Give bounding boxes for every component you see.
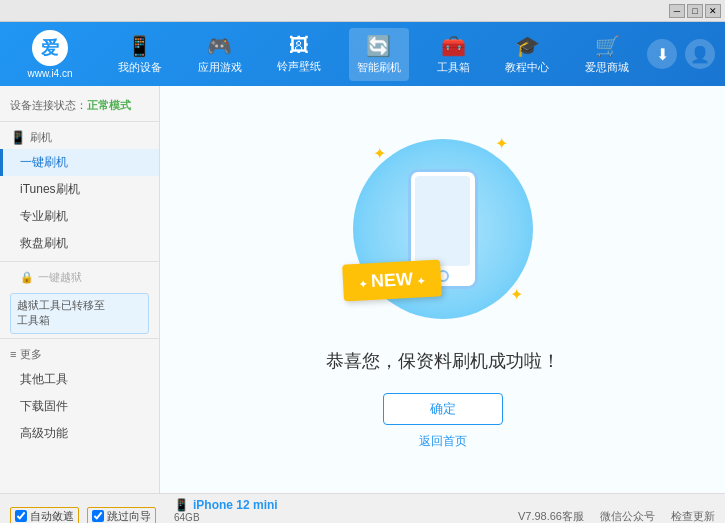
sidebar-item-onekey[interactable]: 一键刷机 [0,149,159,176]
confirm-button[interactable]: 确定 [383,393,503,425]
apps-icon: 🎮 [207,34,232,58]
nav-apps[interactable]: 🎮 应用游戏 [190,28,250,81]
itunes-label: iTunes刷机 [20,182,80,196]
content-area: ✦ ✦ ✦ NEW 恭喜您，保资料刷机成功啦！ 确定 返回首页 [160,86,725,493]
other-tools-label: 其他工具 [20,372,68,386]
phone-screen [415,176,470,266]
close-btn[interactable]: ✕ [705,4,721,18]
phone-illustration: ✦ ✦ ✦ NEW [343,129,543,329]
sidebar-item-other-tools[interactable]: 其他工具 [0,366,159,393]
status-label: 设备连接状态： [10,99,87,111]
sidebar-section-more[interactable]: ≡ 更多 [0,343,159,366]
sparkle-3: ✦ [510,285,523,304]
nav-toolbox[interactable]: 🧰 工具箱 [429,28,478,81]
status-value: 正常模式 [87,99,131,111]
sidebar-item-firmware[interactable]: 下载固件 [0,393,159,420]
nav-right: ⬇ 👤 [647,39,715,69]
bottom-row1: 自动敛遮 跳过向导 📱 iPhone 12 mini 64GB Down-12m… [0,494,725,523]
sidebar-jailbreak-header: 🔒 一键越狱 [0,266,159,289]
flash-section-label: 刷机 [30,130,52,145]
bottom-right: 客服 微信公众号 检查更新 [562,509,715,524]
nav-apps-label: 应用游戏 [198,60,242,75]
main-container: 设备连接状态：正常模式 📱 刷机 一键刷机 iTunes刷机 专业刷机 救盘刷机… [0,86,725,493]
lock-icon: 🔒 [20,271,34,284]
skip-wizard-label: 跳过向导 [107,509,151,524]
more-icon: ≡ [10,348,16,360]
auto-hide-checkbox[interactable]: 自动敛遮 [10,507,79,524]
minimize-btn[interactable]: ─ [669,4,685,18]
nav-smart-flash[interactable]: 🔄 智能刷机 [349,28,409,81]
version-info: V7.98.66 [518,510,562,522]
sidebar: 设备连接状态：正常模式 📱 刷机 一键刷机 iTunes刷机 专业刷机 救盘刷机… [0,86,160,493]
success-message: 恭喜您，保资料刷机成功啦！ [326,349,560,373]
nav-wallpaper[interactable]: 🖼 铃声壁纸 [269,28,329,81]
new-badge: NEW [342,259,442,301]
sidebar-jailbreak-notice: 越狱工具已转移至工具箱 [10,293,149,334]
device-info: 📱 iPhone 12 mini 64GB Down-12mini-13,1 [174,498,278,523]
sidebar-item-itunes[interactable]: iTunes刷机 [0,176,159,203]
nav-my-device-label: 我的设备 [118,60,162,75]
wechat-link[interactable]: 微信公众号 [600,509,655,524]
title-bar: ─ □ ✕ [0,0,725,22]
nav-mall[interactable]: 🛒 爱思商城 [577,28,637,81]
device-status: 设备连接状态：正常模式 [0,94,159,122]
skip-wizard-input[interactable] [92,510,104,522]
auto-hide-label: 自动敛遮 [30,509,74,524]
user-btn[interactable]: 👤 [685,39,715,69]
logo-subtext: www.i4.cn [27,68,72,79]
my-device-icon: 📱 [127,34,152,58]
recovery-label: 救盘刷机 [20,236,68,250]
bottom-left: 自动敛遮 跳过向导 📱 iPhone 12 mini 64GB Down-12m… [10,498,518,523]
device-name-row: 📱 iPhone 12 mini [174,498,278,512]
nav-tutorial[interactable]: 🎓 教程中心 [497,28,557,81]
nav-mall-label: 爱思商城 [585,60,629,75]
version-text: V7.98.66 [518,510,562,522]
divider-1 [0,261,159,262]
sparkle-1: ✦ [373,144,386,163]
sparkle-2: ✦ [495,134,508,153]
mall-icon: 🛒 [595,34,620,58]
sidebar-item-pro[interactable]: 专业刷机 [0,203,159,230]
flash-section-icon: 📱 [10,130,26,145]
customer-service-link[interactable]: 客服 [562,509,584,524]
jailbreak-notice-text: 越狱工具已转移至工具箱 [17,299,105,326]
download-btn[interactable]: ⬇ [647,39,677,69]
divider-2 [0,338,159,339]
check-update-link[interactable]: 检查更新 [671,509,715,524]
nav-toolbox-label: 工具箱 [437,60,470,75]
logo-area[interactable]: 爱 www.i4.cn [10,30,90,79]
pro-label: 专业刷机 [20,209,68,223]
sidebar-section-flash[interactable]: 📱 刷机 [0,126,159,149]
tutorial-icon: 🎓 [515,34,540,58]
firmware-label: 下载固件 [20,399,68,413]
bottom-bar: 自动敛遮 跳过向导 📱 iPhone 12 mini 64GB Down-12m… [0,493,725,523]
auto-hide-input[interactable] [15,510,27,522]
skip-wizard-checkbox[interactable]: 跳过向导 [87,507,156,524]
device-storage: 64GB [174,512,278,523]
wallpaper-icon: 🖼 [289,34,309,57]
advanced-label: 高级功能 [20,426,68,440]
back-home-link[interactable]: 返回首页 [419,433,467,450]
nav-my-device[interactable]: 📱 我的设备 [110,28,170,81]
nav-bar: 📱 我的设备 🎮 应用游戏 🖼 铃声壁纸 🔄 智能刷机 🧰 工具箱 🎓 教程中心… [100,28,647,81]
nav-wallpaper-label: 铃声壁纸 [277,59,321,74]
smart-flash-icon: 🔄 [366,34,391,58]
onekey-label: 一键刷机 [20,155,68,169]
device-name-text: iPhone 12 mini [193,498,278,512]
maximize-btn[interactable]: □ [687,4,703,18]
more-label: 更多 [20,347,42,362]
sidebar-item-recovery[interactable]: 救盘刷机 [0,230,159,257]
device-icon: 📱 [174,498,189,512]
nav-tutorial-label: 教程中心 [505,60,549,75]
sidebar-item-advanced[interactable]: 高级功能 [0,420,159,447]
toolbox-icon: 🧰 [441,34,466,58]
header: 爱 www.i4.cn 📱 我的设备 🎮 应用游戏 🖼 铃声壁纸 🔄 智能刷机 … [0,22,725,86]
logo-icon: 爱 [32,30,68,66]
nav-smart-flash-label: 智能刷机 [357,60,401,75]
jailbreak-label: 一键越狱 [38,270,82,285]
